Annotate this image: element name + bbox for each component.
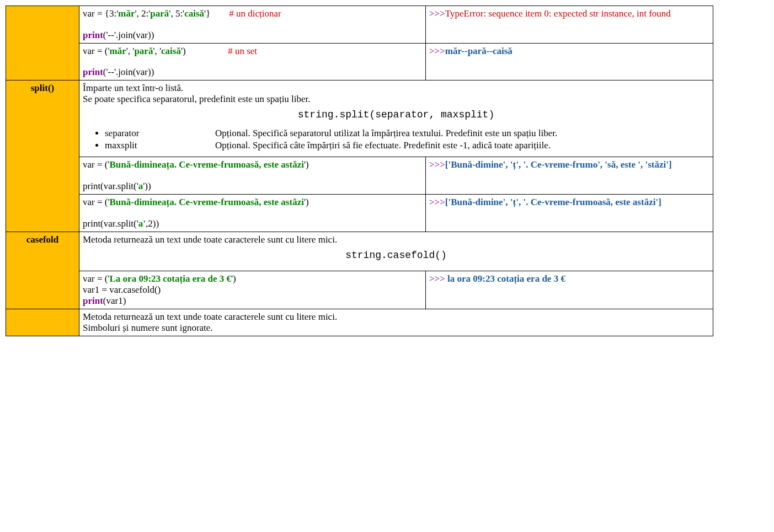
desc-line: Împarte un text într-o listă. <box>83 83 709 94</box>
output-text: ['Bună-dimine', 'ț', '. Ce-vreme-frumoas… <box>445 197 661 207</box>
methods-table: var = {3:'măr', 2:'pară', 5:'caisă'} # u… <box>6 6 713 336</box>
method-name-empty <box>6 6 79 80</box>
code-line: print('--'.join(var)) <box>83 67 422 78</box>
table-row: var = ('Bună-dimineața. Ce-vreme-frumoas… <box>6 195 713 232</box>
param-name: separator <box>105 128 215 139</box>
code-line: print(var.split('a',2)) <box>83 218 422 229</box>
output-prompt: >>> <box>429 197 445 207</box>
desc-line: Metoda returnează un text unde toate car… <box>83 311 709 323</box>
syntax-line: string.split(separator, maxsplit) <box>83 109 709 120</box>
output-cell: >>>['Bună-dimine', 'ț', '. Ce-vreme-frum… <box>426 157 713 195</box>
code-line: var = ('măr', 'pară', 'caisă') # un set <box>83 46 422 57</box>
table-row: var = ('La ora 09:23 cotația era de 3 €'… <box>6 271 713 309</box>
code-cell: var = ('La ora 09:23 cotația era de 3 €'… <box>79 271 426 309</box>
code-line: var1 = var.casefold() <box>83 284 422 295</box>
output-prompt: >>> <box>429 159 445 170</box>
description-cell: Metoda returnează un text unde toate car… <box>79 232 713 271</box>
description-cell: Împarte un text într-o listă. Se poate s… <box>79 80 713 157</box>
desc-line: Se poate specifica separatorul, predefin… <box>83 94 709 105</box>
param-item: maxsplitOpțional. Specifică câte împărți… <box>105 140 709 151</box>
method-name-empty <box>6 309 79 336</box>
desc-line: Metoda returnează un text unde toate car… <box>83 234 709 245</box>
output-cell: >>>['Bună-dimine', 'ț', '. Ce-vreme-frum… <box>426 195 713 232</box>
table-row: Metoda returnează un text unde toate car… <box>6 309 713 336</box>
output-prompt: >>> <box>429 46 445 56</box>
output-prompt: >>> <box>429 8 445 19</box>
method-name-casefold: casefold <box>6 232 79 309</box>
description-cell: Metoda returnează un text unde toate car… <box>79 309 713 336</box>
output-text: ['Bună-dimine', 'ț', '. Ce-vreme-frumo',… <box>445 159 672 170</box>
table-row: var = ('Bună-dimineața. Ce-vreme-frumoas… <box>6 157 713 195</box>
code-line: var = {3:'măr', 2:'pară', 5:'caisă'} # u… <box>83 8 422 19</box>
code-line: print(var1) <box>83 295 422 307</box>
code-cell: var = {3:'măr', 2:'pară', 5:'caisă'} # u… <box>79 6 426 44</box>
code-cell: var = ('Bună-dimineața. Ce-vreme-frumoas… <box>79 157 426 195</box>
param-desc: Opțional. Specifică câte împărțiri să fi… <box>215 140 551 151</box>
output-error: TypeError: sequence item 0: expected str… <box>445 8 671 19</box>
table-row: var = {3:'măr', 2:'pară', 5:'caisă'} # u… <box>6 6 713 44</box>
output-text: măr--pară--caisă <box>445 46 513 56</box>
output-prompt: >>> <box>429 273 447 284</box>
syntax-line: string.casefold() <box>83 250 709 261</box>
param-list: separatorOpțional. Specifică separatorul… <box>83 128 709 151</box>
param-name: maxsplit <box>105 140 215 151</box>
param-item: separatorOpțional. Specifică separatorul… <box>105 128 709 139</box>
output-cell: >>>măr--pară--caisă <box>426 43 713 80</box>
code-line: print(var.split('a')) <box>83 181 422 192</box>
output-cell: >>> la ora 09:23 cotația era de 3 € <box>426 271 713 309</box>
code-line: var = ('Bună-dimineața. Ce-vreme-frumoas… <box>83 159 422 170</box>
output-cell: >>>TypeError: sequence item 0: expected … <box>426 6 713 44</box>
code-line: print('--'.join(var)) <box>83 30 422 41</box>
table-row: split() Împarte un text într-o listă. Se… <box>6 80 713 157</box>
table-row: var = ('măr', 'pară', 'caisă') # un set … <box>6 43 713 80</box>
desc-line: Simboluri și numere sunt ignorate. <box>83 323 709 334</box>
code-line: var = ('La ora 09:23 cotația era de 3 €'… <box>83 273 422 284</box>
code-cell: var = ('măr', 'pară', 'caisă') # un set … <box>79 43 426 80</box>
method-name-split: split() <box>6 80 79 232</box>
table-row: casefold Metoda returnează un text unde … <box>6 232 713 271</box>
code-cell: var = ('Bună-dimineața. Ce-vreme-frumoas… <box>79 195 426 232</box>
code-line: var = ('Bună-dimineața. Ce-vreme-frumoas… <box>83 197 422 208</box>
param-desc: Opțional. Specifică separatorul utilizat… <box>215 128 557 138</box>
output-text: la ora 09:23 cotația era de 3 € <box>447 273 565 284</box>
